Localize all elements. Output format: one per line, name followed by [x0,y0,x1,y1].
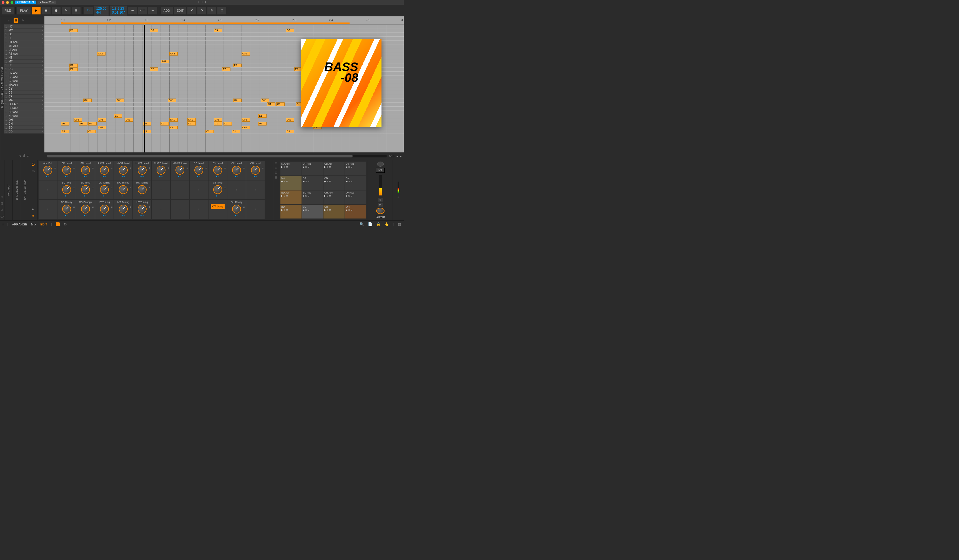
drum-machine-label-2[interactable]: DRUM MACHINE [21,160,29,220]
note[interactable]: C#1 [242,126,250,129]
pad-solo[interactable]: S [306,195,307,197]
knob-dial[interactable] [119,205,128,213]
knob-mod-icon[interactable]: ●→ [122,175,125,178]
controls-icon[interactable]: ⚙ [64,222,67,226]
crown-icon[interactable]: ♔ [0,195,3,199]
pad-solo[interactable]: S [306,180,307,183]
knob-empty[interactable]: + [38,200,57,219]
knob-sd-snappy[interactable]: SD Snappy●→± [76,200,95,219]
track-row[interactable]: 1CP Acc◂ [4,79,45,83]
knob-plus-icon[interactable]: ± [130,167,131,169]
knob-mod-icon[interactable]: ●→ [122,195,125,197]
pad-solo[interactable]: S [349,195,350,197]
note[interactable]: F2 [233,64,242,67]
knob-ht-tuning[interactable]: HT Tuning●→± [133,200,151,219]
knob-dial[interactable] [232,166,241,175]
link-icon[interactable]: ∞ [27,154,29,158]
knob-mod-icon[interactable]: ●→ [197,175,201,178]
track-row[interactable]: 1HC◂ [4,25,45,29]
knob-mod-icon[interactable]: ●→ [140,195,144,197]
pad-play-icon[interactable]: ▶ [281,195,283,197]
knob-ch-level[interactable]: CH Level●→± [246,161,264,180]
track-row[interactable]: 1LT◂ [4,64,45,67]
pad-play-icon[interactable]: ▶ [281,209,283,211]
timeline-ruler[interactable]: 1.11.21.31.42.12.22.32.43.13.2 [45,16,404,25]
knob-mod-icon[interactable]: ●→ [235,214,239,216]
info-button[interactable]: i [3,223,3,226]
horizontal-scrollbar[interactable] [47,154,387,158]
knob-empty[interactable]: + [228,180,246,199]
note[interactable]: D3 [214,29,222,32]
punch-button[interactable]: ⊂⊃ [138,7,147,14]
note[interactable]: E2 [222,67,231,71]
close-tab-icon[interactable]: × [52,1,54,4]
knob-plus-icon[interactable]: ± [149,205,150,208]
output-knob[interactable] [376,208,384,214]
knob-plus-icon[interactable]: ± [168,167,169,169]
plus-icon[interactable]: + [160,189,162,191]
knob-dial[interactable] [100,185,109,194]
pad-play-icon[interactable]: ▶ [346,195,347,197]
knob-mod-icon[interactable]: ●→ [140,175,144,178]
speaker-icon[interactable]: ◂ [42,37,43,40]
note[interactable]: G#2 [97,52,105,56]
knob-plus-icon[interactable]: ± [149,167,150,169]
note[interactable]: E2 [69,67,78,71]
note[interactable]: D1 [223,122,232,126]
note[interactable]: E2 [150,67,158,71]
pad-mute[interactable]: M [286,195,288,197]
metronome-button[interactable]: ↻ [84,7,93,14]
knob-dial[interactable] [138,205,147,213]
knob-cy-long[interactable]: CY Long [209,200,227,219]
knob-dial[interactable] [100,166,109,175]
knob-dial[interactable] [62,166,71,175]
pad-play-icon[interactable]: ▶ [324,195,326,197]
knob-dial[interactable] [81,166,90,175]
note[interactable]: G#1 [116,99,124,102]
knob-mod-icon[interactable]: ●→ [103,175,106,178]
note[interactable]: F#2 [161,60,169,63]
pad-bd-acc[interactable]: BD Acc▶SM [280,191,301,204]
pad-play-icon[interactable]: ▶ [303,209,304,211]
pad-cp[interactable]: CP▶SM [302,176,323,190]
fx-button[interactable]: FX [376,168,385,173]
cy-long-button[interactable]: CY Long [211,204,225,209]
note[interactable]: G1 [276,102,285,106]
pad-ma[interactable]: MA▶SM [280,176,301,190]
knob-dial[interactable] [213,166,222,175]
knob-empty[interactable]: + [246,200,264,219]
pad-solo[interactable]: S [284,209,285,211]
grid-icon-2[interactable]: ⊟ [275,166,279,169]
note[interactable]: G#2 [242,52,250,56]
pad-solo[interactable]: S [349,209,350,211]
list-view-icon[interactable]: ≡ [6,18,11,23]
drum-machine-label-1[interactable]: DRUM MACHINE [13,160,21,220]
knob-h-c-t-level[interactable]: H C/T Level●→± [133,161,151,180]
pad-mute[interactable]: M [350,195,353,197]
track-row[interactable]: 1CH Acc◂ [4,107,45,110]
pad-solo[interactable]: S [327,209,328,211]
scrollbar-thumb[interactable] [47,154,353,158]
knob-cy-tone[interactable]: CY Tone●→± [209,180,227,199]
knob-cy-level[interactable]: CY Level●→± [209,161,227,180]
track-row[interactable]: 1CL◂ [4,37,45,40]
knob-dial[interactable] [251,166,260,175]
track-row[interactable]: 1SD Acc◂ [4,110,45,114]
speaker-icon[interactable]: ◂ [42,115,43,117]
remote-icon[interactable]: ● [30,213,36,218]
pad-ch-acc[interactable]: CH Acc▶SM [323,191,344,204]
track-row[interactable]: 1MA◂ [4,99,45,102]
note[interactable]: G#2 [169,52,178,56]
pad-play-icon[interactable]: ▶ [303,195,304,197]
knob-sd-level[interactable]: SD Level●→± [76,161,95,180]
knob-plus-icon[interactable]: ± [149,186,150,189]
knob-empty[interactable]: + [190,200,208,219]
track-row[interactable]: 1RS◂ [4,67,45,72]
grid-icon-4[interactable]: ▦ [275,176,279,179]
preroll-button[interactable]: ⇤ [128,7,137,14]
velocity-icon[interactable]: ıİ [23,154,25,158]
knob-empty[interactable]: + [152,200,170,219]
file-button[interactable]: FILE [2,7,14,14]
zoom-out-icon[interactable]: ◂ [397,154,398,158]
knob-mod-icon[interactable]: ●→ [65,195,68,197]
